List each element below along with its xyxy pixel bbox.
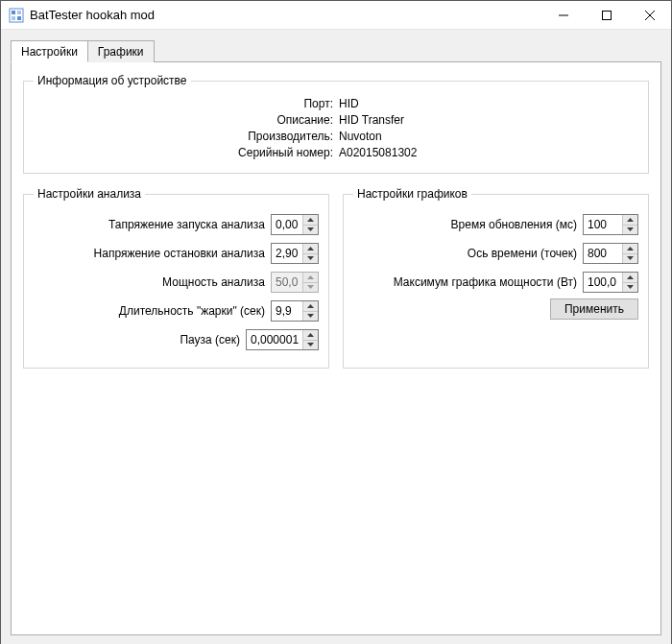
label-manufacturer: Производитель:	[134, 130, 333, 143]
label-stop-voltage: Напряжение остановки анализа	[94, 247, 265, 260]
label-pause: Пауза (сек)	[180, 333, 240, 346]
spin-buttons[interactable]	[302, 215, 318, 234]
svg-rect-1	[12, 11, 15, 14]
spin-down-icon[interactable]	[303, 253, 318, 264]
device-info-group: Информация об устройстве Порт: HID Описа…	[23, 74, 649, 174]
value-manufacturer: Nuvoton	[339, 130, 538, 143]
spin-down-icon[interactable]	[623, 253, 637, 264]
time-axis-input[interactable]	[584, 244, 622, 263]
window-title: BatTester hookah mod	[30, 8, 155, 22]
fry-duration-input[interactable]	[272, 301, 302, 321]
spin-down-icon[interactable]	[623, 225, 637, 235]
tab-graphs[interactable]: Графики	[87, 40, 155, 62]
label-serial: Серийный номер:	[134, 146, 333, 159]
time-axis-spinner[interactable]	[583, 243, 638, 264]
spin-buttons[interactable]	[302, 301, 318, 321]
spin-up-icon[interactable]	[303, 244, 318, 253]
spin-buttons[interactable]	[302, 330, 318, 349]
spin-down-icon[interactable]	[303, 311, 318, 322]
spin-up-icon[interactable]	[303, 215, 318, 225]
spin-up-icon	[303, 273, 318, 282]
pause-spinner[interactable]	[246, 329, 319, 350]
power-max-input[interactable]	[584, 273, 622, 292]
spin-up-icon[interactable]	[303, 330, 318, 340]
titlebar: BatTester hookah mod	[1, 1, 671, 30]
app-icon	[9, 8, 24, 23]
spin-buttons[interactable]	[622, 244, 637, 263]
label-refresh-ms: Время обновления (мс)	[451, 218, 577, 231]
client-area: Настройки Графики Информация об устройст…	[1, 30, 671, 644]
analysis-settings-group: Настройки анализа Тапряжение запуска ана…	[23, 187, 329, 369]
label-time-axis: Ось времени (точек)	[468, 247, 577, 260]
value-port: HID	[339, 97, 538, 110]
spin-down-icon[interactable]	[303, 340, 318, 350]
label-fry-duration: Длительность "жарки" (сек)	[119, 304, 265, 318]
refresh-ms-input[interactable]	[584, 215, 622, 234]
power-input	[272, 273, 302, 292]
analysis-legend: Настройки анализа	[34, 187, 145, 201]
device-info-legend: Информация об устройстве	[34, 74, 191, 87]
maximize-button[interactable]	[585, 1, 628, 29]
window: BatTester hookah mod Настройки Графики И…	[0, 0, 672, 644]
minimize-button[interactable]	[541, 1, 585, 29]
start-voltage-input[interactable]	[272, 215, 302, 234]
label-power: Мощность анализа	[162, 275, 265, 289]
spin-buttons[interactable]	[302, 244, 318, 263]
tabpage-settings: Информация об устройстве Порт: HID Описа…	[11, 61, 661, 635]
tabstrip: Настройки Графики	[11, 39, 661, 61]
svg-rect-5	[602, 11, 611, 19]
svg-rect-3	[12, 16, 15, 20]
spin-down-icon[interactable]	[623, 282, 637, 293]
close-button[interactable]	[628, 1, 671, 29]
value-description: HID Transfer	[339, 113, 538, 127]
stop-voltage-spinner[interactable]	[271, 243, 319, 264]
spin-up-icon[interactable]	[623, 273, 637, 282]
tab-settings[interactable]: Настройки	[11, 40, 88, 62]
svg-rect-2	[17, 11, 21, 14]
spin-up-icon[interactable]	[623, 244, 637, 253]
spin-buttons	[302, 273, 318, 292]
power-spinner	[271, 272, 319, 293]
stop-voltage-input[interactable]	[272, 244, 302, 263]
spin-buttons[interactable]	[622, 273, 637, 292]
spin-up-icon[interactable]	[303, 301, 318, 311]
spin-down-icon[interactable]	[303, 225, 318, 235]
start-voltage-spinner[interactable]	[271, 214, 319, 235]
spin-up-icon[interactable]	[623, 215, 637, 225]
label-power-max: Максимум графика мощности (Вт)	[394, 275, 577, 289]
label-description: Описание:	[134, 113, 333, 127]
spin-down-icon	[303, 282, 318, 293]
value-serial: A02015081302	[339, 146, 538, 159]
graph-legend: Настройки графиков	[353, 187, 471, 201]
pause-input[interactable]	[247, 330, 302, 349]
power-max-spinner[interactable]	[583, 272, 638, 293]
svg-rect-4	[17, 16, 21, 20]
apply-button[interactable]: Применить	[550, 298, 638, 320]
fry-duration-spinner[interactable]	[271, 300, 319, 322]
refresh-ms-spinner[interactable]	[583, 214, 638, 235]
label-port: Порт:	[134, 97, 333, 110]
graph-settings-group: Настройки графиков Время обновления (мс)	[343, 187, 649, 369]
spin-buttons[interactable]	[622, 215, 637, 234]
label-start-voltage: Тапряжение запуска анализа	[108, 218, 265, 231]
